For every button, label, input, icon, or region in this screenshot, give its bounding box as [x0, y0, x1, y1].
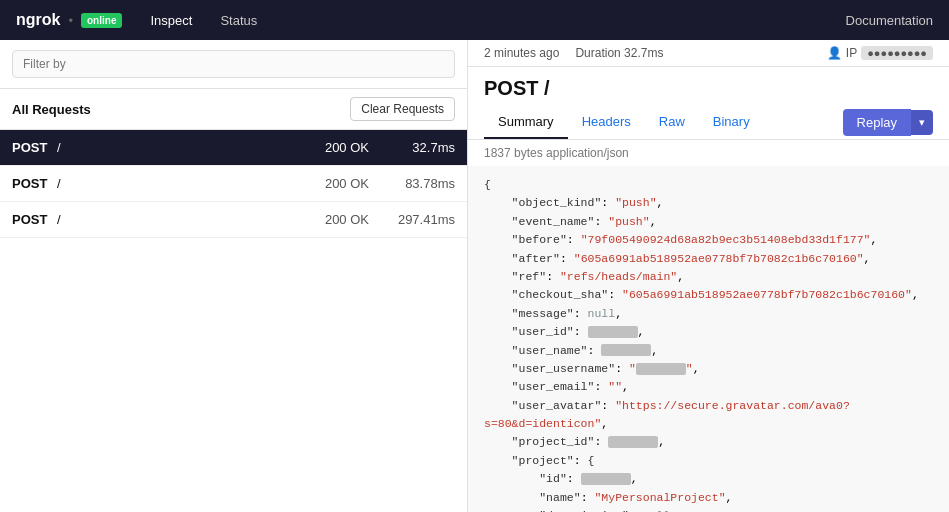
replay-button[interactable]: Replay	[843, 109, 911, 136]
filter-bar	[0, 40, 467, 89]
ip-value: ●●●●●●●●●	[861, 46, 933, 60]
filter-input[interactable]	[12, 50, 455, 78]
request-time: 2 minutes ago	[484, 46, 559, 60]
req-duration: 32.7ms	[385, 140, 455, 155]
clear-requests-button[interactable]: Clear Requests	[350, 97, 455, 121]
req-status: 200 OK	[325, 212, 369, 227]
brand: ngrok • online	[16, 11, 122, 29]
right-panel: 2 minutes ago Duration 32.7ms 👤 IP ●●●●●…	[468, 40, 949, 512]
request-meta: 2 minutes ago Duration 32.7ms 👤 IP ●●●●●…	[468, 40, 949, 67]
table-row[interactable]: POST / 200 OK 297.41ms	[0, 202, 467, 238]
ip-label: IP	[846, 46, 857, 60]
request-list: POST / 200 OK 32.7ms POST / 200 OK 83.78…	[0, 130, 467, 512]
req-method: POST	[12, 212, 57, 227]
nav-documentation[interactable]: Documentation	[846, 13, 933, 28]
table-row[interactable]: POST / 200 OK 83.78ms	[0, 166, 467, 202]
req-duration: 83.78ms	[385, 176, 455, 191]
req-method: POST	[12, 176, 57, 191]
tabs-row: Summary Headers Raw Binary Replay ▾	[468, 106, 949, 140]
json-body: { "object_kind": "push", "event_name": "…	[468, 166, 949, 512]
tab-summary[interactable]: Summary	[484, 106, 568, 139]
content-info: 1837 bytes application/json	[468, 140, 949, 166]
requests-header: All Requests Clear Requests	[0, 89, 467, 130]
table-row[interactable]: POST / 200 OK 32.7ms	[0, 130, 467, 166]
req-path: /	[57, 176, 325, 191]
tab-headers[interactable]: Headers	[568, 106, 645, 139]
main-layout: All Requests Clear Requests POST / 200 O…	[0, 40, 949, 512]
left-panel: All Requests Clear Requests POST / 200 O…	[0, 40, 468, 512]
nav-status[interactable]: Status	[216, 13, 261, 28]
req-path: /	[57, 140, 325, 155]
online-badge: online	[81, 13, 122, 28]
topnav-links: Inspect Status	[146, 13, 845, 28]
user-icon: 👤	[827, 46, 842, 60]
req-status: 200 OK	[325, 176, 369, 191]
request-title: POST /	[468, 67, 949, 106]
request-ip: 👤 IP ●●●●●●●●●	[827, 46, 933, 60]
topnav: ngrok • online Inspect Status Documentat…	[0, 0, 949, 40]
all-requests-title: All Requests	[12, 102, 91, 117]
req-path: /	[57, 212, 325, 227]
req-method: POST	[12, 140, 57, 155]
brand-name: ngrok	[16, 11, 60, 29]
req-duration: 297.41ms	[385, 212, 455, 227]
replay-dropdown-button[interactable]: ▾	[911, 110, 933, 135]
request-duration-label: Duration 32.7ms	[575, 46, 663, 60]
tab-binary[interactable]: Binary	[699, 106, 764, 139]
tab-raw[interactable]: Raw	[645, 106, 699, 139]
replay-btn-group: Replay ▾	[843, 109, 933, 136]
nav-inspect[interactable]: Inspect	[146, 13, 196, 28]
brand-dot: •	[68, 13, 73, 28]
req-status: 200 OK	[325, 140, 369, 155]
